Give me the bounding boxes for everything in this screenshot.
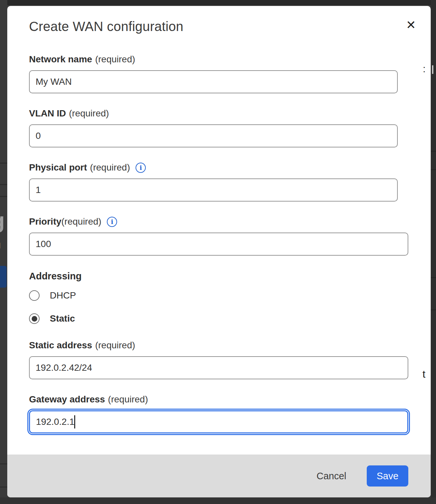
physical-port-label: Physical port (required) i xyxy=(29,162,409,173)
field-group-physical-port: Physical port (required) i xyxy=(29,162,409,202)
label-text: Network name xyxy=(29,54,92,65)
radio-dhcp-label: DHCP xyxy=(50,290,76,301)
field-group-static-address: Static address (required) xyxy=(29,340,409,379)
required-hint: (required) xyxy=(108,394,148,405)
network-name-input[interactable] xyxy=(29,70,398,93)
radio-dhcp-icon[interactable] xyxy=(29,290,40,301)
addressing-heading: Addressing xyxy=(29,271,409,282)
priority-input[interactable] xyxy=(29,233,408,256)
background-left-sliver: g u xyxy=(0,0,7,504)
field-group-gateway-address: Gateway address (required) xyxy=(29,394,409,433)
background-row-divider xyxy=(431,309,436,310)
radio-static-label: Static xyxy=(50,313,75,324)
field-group-vlan-id: VLAN ID (required) xyxy=(29,108,409,147)
gateway-address-label: Gateway address (required) xyxy=(29,394,409,405)
info-icon[interactable]: i xyxy=(136,163,146,173)
priority-label: Priority (required) i xyxy=(29,216,409,227)
background-blue-button-fragment xyxy=(0,266,7,288)
field-group-network-name: Network name (required) xyxy=(29,54,409,93)
background-row-divider xyxy=(431,277,436,278)
required-hint: (required) xyxy=(90,162,130,173)
required-hint: (required) xyxy=(61,216,101,227)
dialog-title: Create WAN configuration xyxy=(29,19,409,34)
background-row-divider xyxy=(0,487,7,488)
background-text-fragment: g xyxy=(0,208,5,233)
background-row-divider xyxy=(0,163,7,164)
label-text: Priority xyxy=(29,216,61,227)
network-name-label: Network name (required) xyxy=(29,54,409,65)
create-wan-dialog: ✕ Create WAN configuration Network name … xyxy=(7,6,431,497)
save-button[interactable]: Save xyxy=(367,465,408,487)
close-icon[interactable]: ✕ xyxy=(404,18,418,32)
cancel-button[interactable]: Cancel xyxy=(315,470,348,482)
radio-option[interactable]: DHCP xyxy=(29,290,409,301)
background-text-fragment xyxy=(432,65,433,74)
background-row-divider xyxy=(431,169,436,170)
field-group-priority: Priority (required) i xyxy=(29,216,409,256)
background-row-divider xyxy=(0,184,7,185)
label-text: Gateway address xyxy=(29,394,105,405)
label-text: Static address xyxy=(29,340,92,351)
required-hint: (required) xyxy=(95,54,135,65)
physical-port-input[interactable] xyxy=(29,178,398,202)
dialog-content: ✕ Create WAN configuration Network name … xyxy=(7,6,431,455)
static-address-label: Static address (required) xyxy=(29,340,409,351)
vlan-id-label: VLAN ID (required) xyxy=(29,108,409,119)
background-text-fragment: t xyxy=(422,368,425,380)
static-address-input[interactable] xyxy=(29,356,408,379)
background-right-sliver xyxy=(431,0,436,504)
label-text: Physical port xyxy=(29,162,87,173)
radio-option[interactable]: Static xyxy=(29,313,409,324)
radio-static-icon[interactable] xyxy=(29,313,40,324)
background-bottom-strip xyxy=(0,497,436,504)
background-top-strip xyxy=(0,0,436,5)
background-row-divider xyxy=(0,196,7,197)
dialog-footer: Cancel Save xyxy=(7,455,431,497)
background-row-divider xyxy=(0,463,7,464)
required-hint: (required) xyxy=(69,108,109,119)
vlan-id-input[interactable] xyxy=(29,124,398,147)
required-hint: (required) xyxy=(95,340,135,351)
label-text: VLAN ID xyxy=(29,108,66,119)
gateway-input-wrapper xyxy=(29,410,408,433)
info-icon[interactable]: i xyxy=(107,217,117,227)
background-text-fragment: : xyxy=(423,63,425,75)
background-row-divider xyxy=(431,151,436,152)
gateway-address-input[interactable] xyxy=(29,410,408,433)
background-text-fragment: u xyxy=(0,239,1,251)
text-cursor xyxy=(74,415,75,428)
